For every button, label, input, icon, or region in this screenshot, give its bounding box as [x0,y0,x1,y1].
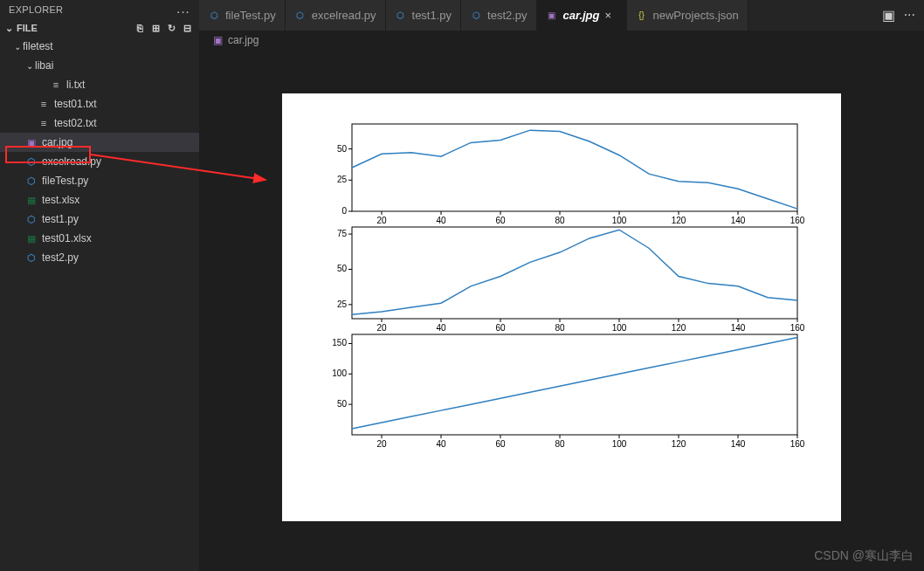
svg-text:100: 100 [612,323,627,333]
chevron-down-icon: ⌄ [24,61,35,71]
python-file-icon: ⬡ [470,10,482,22]
file-car-jpg[interactable]: ▣car.jpg [0,133,199,152]
tab-filetest[interactable]: ⬡fileTest.py [199,0,286,31]
svg-text:150: 150 [332,338,347,347]
python-file-icon: ⬡ [24,174,38,188]
svg-text:25: 25 [337,175,348,184]
svg-text:80: 80 [555,439,565,449]
file-excelread-py[interactable]: ⬡excelread.py [0,152,199,171]
more-actions-icon[interactable]: ··· [904,7,915,24]
svg-text:120: 120 [672,439,686,449]
refresh-icon[interactable]: ↻ [164,23,178,34]
close-icon[interactable]: × [605,9,617,22]
svg-text:100: 100 [612,216,627,225]
file-tree: ⌄ filetest ⌄ libai ≡li.txt ≡test01.txt ≡… [0,37,199,571]
svg-rect-23 [352,227,797,319]
svg-text:20: 20 [376,216,387,225]
svg-text:80: 80 [555,216,565,225]
text-file-icon: ≡ [49,78,63,92]
python-file-icon: ⬡ [24,251,38,265]
image-preview: 2040608010012014016002550204060801001201… [199,50,924,571]
json-file-icon: {} [636,10,648,22]
tab-excelread[interactable]: ⬡excelread.py [286,0,386,31]
svg-text:25: 25 [337,299,348,309]
svg-text:40: 40 [436,323,446,333]
file-test01-txt[interactable]: ≡test01.txt [0,94,199,114]
svg-text:160: 160 [790,439,805,449]
chevron-down-icon: ⌄ [12,42,23,52]
python-file-icon: ⬡ [24,212,38,226]
matplotlib-figure: 2040608010012014016002550204060801001201… [282,93,841,521]
svg-text:160: 160 [790,323,805,333]
svg-text:50: 50 [337,399,348,409]
svg-text:75: 75 [337,229,348,238]
breadcrumb[interactable]: ▣ car.jpg [199,31,924,50]
svg-text:20: 20 [376,323,387,333]
split-editor-icon[interactable]: ▣ [882,7,895,24]
text-file-icon: ≡ [37,116,51,130]
folder-filetest[interactable]: ⌄ filetest [0,37,199,56]
image-file-icon: ▣ [213,34,223,46]
folder-libai[interactable]: ⌄ libai [0,56,199,75]
svg-text:140: 140 [731,216,746,225]
chevron-down-icon: ⌄ [5,23,13,34]
svg-text:60: 60 [495,439,506,449]
file-test-xlsx[interactable]: ▦test.xlsx [0,190,199,210]
svg-text:60: 60 [495,216,506,225]
python-file-icon: ⬡ [208,10,220,22]
svg-text:120: 120 [672,323,686,333]
text-file-icon: ≡ [37,97,51,111]
svg-text:140: 140 [731,439,746,449]
svg-rect-46 [352,334,797,435]
image-file-icon: ▣ [24,135,38,149]
excel-file-icon: ▦ [24,231,38,245]
svg-text:50: 50 [337,264,348,273]
python-file-icon: ⬡ [294,10,307,22]
image-file-icon: ▣ [546,10,558,22]
svg-text:40: 40 [436,216,446,225]
new-file-icon[interactable]: ⎘ [133,23,147,34]
python-file-icon: ⬡ [395,10,407,22]
tab-test2[interactable]: ⬡test2.py [461,0,537,31]
tab-bar: ⬡fileTest.py ⬡excelread.py ⬡test1.py ⬡te… [199,0,924,31]
file-li-txt[interactable]: ≡li.txt [0,75,199,94]
file-filetest-py[interactable]: ⬡fileTest.py [0,171,199,190]
section-label: FILE [17,23,38,33]
explorer-header: EXPLORER ... [0,0,199,19]
file-test1-py[interactable]: ⬡test1.py [0,210,199,229]
tab-test1[interactable]: ⬡test1.py [386,0,462,31]
svg-text:100: 100 [612,439,627,449]
collapse-icon[interactable]: ⊟ [180,23,194,34]
svg-text:20: 20 [376,439,387,449]
explorer-more-icon[interactable]: ... [177,4,190,15]
excel-file-icon: ▦ [24,193,38,207]
file-section-header[interactable]: ⌄ FILE ⎘ ⊞ ↻ ⊟ [0,19,199,37]
file-test2-py[interactable]: ⬡test2.py [0,248,199,267]
file-test01-xlsx[interactable]: ▦test01.xlsx [0,229,199,248]
file-test02-txt[interactable]: ≡test02.txt [0,114,199,133]
svg-text:60: 60 [495,323,506,333]
python-file-icon: ⬡ [24,155,38,169]
svg-text:120: 120 [672,216,686,225]
tab-newprojects[interactable]: {}newProjects.json [627,0,748,31]
svg-text:100: 100 [332,368,347,378]
new-folder-icon[interactable]: ⊞ [148,23,162,34]
svg-text:50: 50 [337,144,348,154]
watermark: CSDN @寒山李白 [814,548,914,564]
svg-text:80: 80 [555,323,565,333]
svg-text:140: 140 [731,323,746,333]
svg-text:160: 160 [790,216,805,225]
explorer-panel: EXPLORER ... ⌄ FILE ⎘ ⊞ ↻ ⊟ ⌄ filetest ⌄… [0,0,199,571]
svg-text:40: 40 [436,439,446,449]
tab-car-jpg[interactable]: ▣car.jpg× [537,0,627,31]
editor-area: ⬡fileTest.py ⬡excelread.py ⬡test1.py ⬡te… [199,0,924,571]
explorer-title: EXPLORER [9,4,63,15]
svg-text:0: 0 [341,206,347,216]
